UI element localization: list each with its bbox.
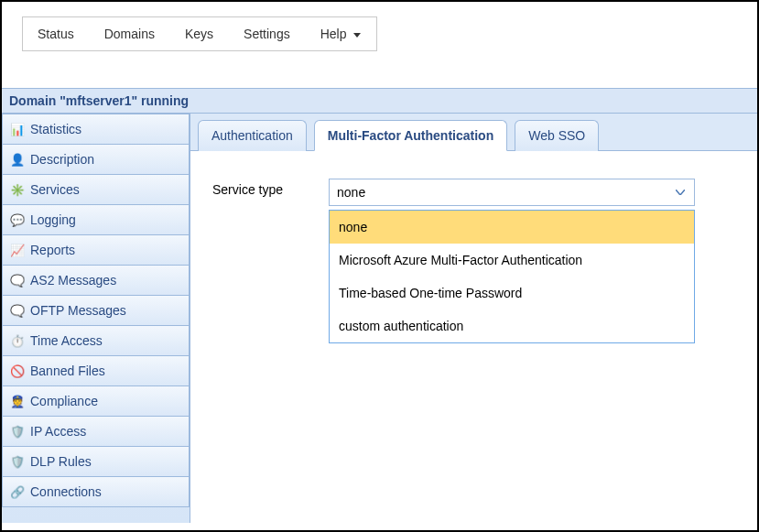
sidebar-item-description[interactable]: 👤 Description bbox=[2, 145, 190, 175]
sidebar-item-services[interactable]: ✳️ Services bbox=[2, 175, 190, 205]
sidebar-item-time-access[interactable]: ⏱️ Time Access bbox=[2, 326, 190, 356]
compliance-icon: 👮 bbox=[10, 394, 25, 408]
sidebar-item-connections[interactable]: 🔗 Connections bbox=[2, 477, 190, 507]
service-type-select[interactable]: none bbox=[329, 179, 695, 206]
as2-icon: 🗨️ bbox=[10, 273, 25, 288]
nav-help-label: Help bbox=[320, 27, 347, 41]
service-type-option-azure[interactable]: Microsoft Azure Multi-Factor Authenticat… bbox=[330, 244, 694, 277]
services-icon: ✳️ bbox=[10, 182, 25, 197]
sidebar-item-label: Services bbox=[30, 182, 80, 197]
service-type-label: Service type bbox=[212, 179, 283, 197]
chevron-down-icon bbox=[353, 33, 361, 38]
sidebar-item-banned-files[interactable]: 🚫 Banned Files bbox=[2, 356, 190, 386]
sidebar-item-label: Description bbox=[30, 152, 94, 167]
connections-icon: 🔗 bbox=[10, 484, 25, 499]
ip-access-icon: 🛡️ bbox=[10, 424, 25, 439]
sidebar-item-label: Statistics bbox=[30, 122, 81, 136]
tab-web-sso[interactable]: Web SSO bbox=[515, 120, 599, 151]
main-area: 📊 Statistics 👤 Description ✳️ Services 💬… bbox=[2, 114, 757, 523]
sidebar-item-label: DLP Rules bbox=[30, 454, 92, 469]
sidebar-item-label: Reports bbox=[30, 243, 75, 257]
sidebar-item-label: OFTP Messages bbox=[30, 303, 126, 318]
nav-status[interactable]: Status bbox=[23, 17, 90, 50]
service-type-row: Service type none none Microsoft Azure M… bbox=[212, 179, 735, 206]
dlp-rules-icon: 🛡️ bbox=[10, 454, 25, 469]
top-nav: Status Domains Keys Settings Help bbox=[22, 16, 377, 51]
sidebar-item-statistics[interactable]: 📊 Statistics bbox=[2, 114, 190, 145]
sidebar-item-label: Time Access bbox=[30, 333, 103, 348]
service-type-dropdown: none Microsoft Azure Multi-Factor Authen… bbox=[329, 210, 695, 343]
content-panel: Authentication Multi-Factor Authenticati… bbox=[190, 114, 757, 233]
sidebar-item-label: IP Access bbox=[30, 424, 86, 439]
sidebar-item-logging[interactable]: 💬 Logging bbox=[2, 205, 190, 235]
sidebar-item-reports[interactable]: 📈 Reports bbox=[2, 235, 190, 266]
reports-icon: 📈 bbox=[10, 243, 25, 257]
domain-status-bar: Domain "mftserver1" running bbox=[2, 88, 757, 114]
sidebar-item-dlp-rules[interactable]: 🛡️ DLP Rules bbox=[2, 447, 190, 477]
nav-keys[interactable]: Keys bbox=[170, 17, 229, 50]
sidebar-item-compliance[interactable]: 👮 Compliance bbox=[2, 386, 190, 417]
tab-strip: Authentication Multi-Factor Authenticati… bbox=[190, 114, 757, 151]
statistics-icon: 📊 bbox=[10, 122, 25, 136]
time-access-icon: ⏱️ bbox=[10, 333, 25, 348]
sidebar-item-ip-access[interactable]: 🛡️ IP Access bbox=[2, 417, 190, 447]
banned-files-icon: 🚫 bbox=[10, 364, 25, 378]
nav-settings[interactable]: Settings bbox=[229, 17, 306, 50]
service-type-select-wrap: none none Microsoft Azure Multi-Factor A… bbox=[329, 179, 695, 206]
sidebar: 📊 Statistics 👤 Description ✳️ Services 💬… bbox=[2, 114, 190, 523]
tab-body: Service type none none Microsoft Azure M… bbox=[190, 151, 757, 233]
sidebar-item-label: Banned Files bbox=[30, 364, 105, 378]
nav-help[interactable]: Help bbox=[306, 17, 377, 50]
chevron-down-icon bbox=[672, 179, 689, 205]
logging-icon: 💬 bbox=[10, 212, 25, 227]
sidebar-item-label: Connections bbox=[30, 484, 102, 499]
service-type-option-none[interactable]: none bbox=[330, 211, 694, 244]
service-type-option-custom[interactable]: custom authentication bbox=[330, 309, 694, 342]
nav-domains[interactable]: Domains bbox=[90, 17, 170, 50]
sidebar-item-oftp-messages[interactable]: 🗨️ OFTP Messages bbox=[2, 296, 190, 326]
sidebar-item-label: Logging bbox=[30, 212, 76, 227]
service-type-value: none bbox=[337, 185, 365, 200]
sidebar-item-label: Compliance bbox=[30, 394, 98, 408]
oftp-icon: 🗨️ bbox=[10, 303, 25, 318]
tab-authentication[interactable]: Authentication bbox=[198, 120, 307, 151]
sidebar-item-label: AS2 Messages bbox=[30, 273, 116, 288]
tab-mfa[interactable]: Multi-Factor Authentication bbox=[314, 120, 507, 151]
description-icon: 👤 bbox=[10, 152, 25, 167]
service-type-option-totp[interactable]: Time-based One-time Password bbox=[330, 277, 694, 309]
sidebar-item-as2-messages[interactable]: 🗨️ AS2 Messages bbox=[2, 266, 190, 296]
